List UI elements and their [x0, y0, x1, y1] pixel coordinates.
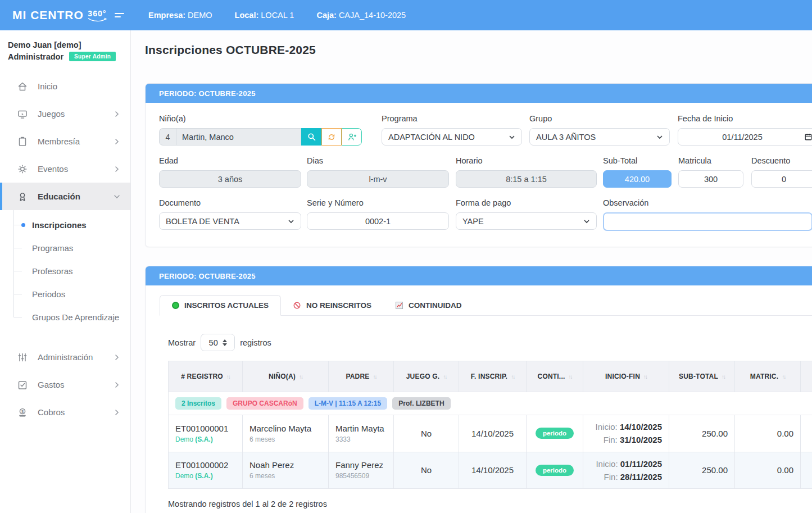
- col-fecha-inscrip[interactable]: F. INSCRIP.↑↓: [459, 361, 527, 392]
- chevron-right-icon: [114, 354, 120, 361]
- nino-age: 6 meses: [250, 435, 321, 443]
- sidebar-item-administracion[interactable]: Administración: [0, 343, 130, 371]
- page-length-select[interactable]: 50: [201, 334, 235, 351]
- chevron-down-icon: [656, 134, 663, 140]
- tab-no-reinscritos[interactable]: NO REINSCRITOS: [281, 295, 383, 316]
- sidebar-item-grupos[interactable]: Grupos De Aprendizaje: [0, 306, 130, 329]
- padre-phone: 985456509: [335, 472, 387, 480]
- sidebar-item-periodos[interactable]: Periodos: [0, 283, 130, 306]
- fecha-inicio-input[interactable]: [678, 128, 812, 146]
- dias-input: [307, 170, 449, 188]
- charges-icon: $: [17, 407, 28, 418]
- col-conti[interactable]: CONTI...↑↓: [527, 361, 583, 392]
- col-inicio-fin[interactable]: INICIO-FIN↑↓: [583, 361, 669, 392]
- padre-name: Martin Mayta: [335, 424, 387, 433]
- juego-value: No: [394, 452, 459, 489]
- events-icon: [17, 164, 28, 175]
- sidebar-item-programas[interactable]: Programas: [0, 237, 130, 260]
- logo-360-icon: 360°: [87, 10, 107, 22]
- calendar-icon[interactable]: [804, 133, 812, 141]
- subtotal-value: 250.00: [669, 415, 735, 452]
- sidebar-item-cobros[interactable]: $ Cobros: [0, 398, 130, 426]
- col-padre[interactable]: PADRE↑↓: [329, 361, 394, 392]
- inicio-date: 14/10/2025: [620, 422, 662, 432]
- subtotal-input[interactable]: [603, 170, 672, 188]
- col-registro[interactable]: # REGISTRO↑↓: [169, 361, 243, 392]
- user-block: Demo Juan [demo] Administrador Super Adm…: [0, 30, 130, 65]
- horario-label: Horario: [456, 156, 597, 165]
- tab-inscritos-actuales[interactable]: INSCRITOS ACTUALES: [160, 295, 281, 316]
- sidebar-toggle-icon[interactable]: [115, 11, 129, 20]
- documento-label: Documento: [159, 198, 301, 207]
- sidebar-item-educacion[interactable]: Educación: [0, 183, 130, 210]
- juego-value: No: [394, 415, 459, 452]
- table-info-text: Mostrando registros del 1 al 2 de 2 regi…: [168, 500, 812, 509]
- nino-input-group: 4: [159, 128, 362, 146]
- sort-icon: ↑↓: [511, 374, 514, 380]
- grupo-label: Grupo: [529, 114, 670, 123]
- table-row[interactable]: ET001000001 Demo (S.A.) Marcelino Mayta …: [169, 415, 812, 452]
- refresh-button[interactable]: [321, 128, 342, 146]
- tabbar: INSCRITOS ACTUALES NO REINSCRITOS CONTIN…: [160, 295, 812, 316]
- educacion-submenu: Inscripciones Programas Profesoras Perio…: [0, 210, 130, 337]
- matricula-value: 0.00: [735, 415, 801, 452]
- page-title: Inscripciones OCTUBRE-2025: [145, 43, 812, 57]
- group-name-badge: GRUPO CASCARóN: [226, 397, 303, 410]
- caja-info: Caja:CAJA_14-10-2025: [316, 11, 406, 20]
- app-logo: MI CENTRO 360°: [0, 8, 112, 22]
- sort-icon: ↑↓: [782, 374, 785, 380]
- sidebar-item-juegos[interactable]: Juegos: [0, 100, 130, 128]
- fin-date: 31/10/2025: [620, 435, 662, 444]
- education-icon: [17, 191, 28, 202]
- tab-continuidad[interactable]: CONTINUIDAD: [383, 295, 474, 316]
- user-badge: Super Admin: [69, 52, 116, 61]
- nino-name: Noah Perez: [250, 460, 321, 470]
- matricula-input[interactable]: [678, 170, 743, 188]
- teacher-badge: Prof. LIZBETH: [392, 397, 450, 410]
- col-subtotal[interactable]: SUB-TOTAL↑↓: [669, 361, 735, 392]
- registro-code: ET001000002: [175, 460, 235, 470]
- inscritos-count-badge: 2 Inscritos: [175, 397, 221, 410]
- chevron-right-icon: [114, 138, 120, 145]
- mostrar-label: Mostrar: [168, 338, 196, 347]
- inscriptions-table: # REGISTRO↑↓ NIÑO(A)↑↓ PADRE↑↓ JUEGO G.↑…: [168, 361, 812, 489]
- sort-icon: ↑↓: [226, 374, 230, 380]
- search-button[interactable]: [301, 128, 321, 146]
- user-role: Administrador: [8, 52, 63, 61]
- col-juego[interactable]: JUEGO G.↑↓: [394, 361, 459, 392]
- grupo-select[interactable]: AULA 3 AÑITOS: [529, 128, 670, 146]
- sidebar-item-eventos[interactable]: Eventos: [0, 155, 130, 183]
- chevron-right-icon: [114, 409, 120, 416]
- no-entry-icon: [293, 301, 301, 310]
- serie-numero-input[interactable]: [307, 212, 449, 230]
- fecha-inicio-label: Fecha de Inicio: [678, 114, 812, 123]
- col-matric[interactable]: MATRIC.↑↓: [735, 361, 801, 392]
- sort-icon: ↑↓: [643, 374, 647, 380]
- sidebar-item-gastos[interactable]: Gastos: [0, 371, 130, 398]
- chevron-down-icon: [583, 218, 590, 225]
- descuento-input[interactable]: [751, 170, 812, 188]
- col-desc[interactable]: D: [801, 361, 812, 392]
- logo-text: MI CENTRO: [12, 8, 84, 22]
- registro-sub: Demo (S.A.): [175, 435, 235, 443]
- forma-pago-select[interactable]: YAPE: [456, 212, 597, 230]
- chart-icon: [395, 301, 403, 310]
- descuento-label: Descuento: [751, 156, 812, 165]
- padre-name: Fanny Perez: [335, 460, 387, 470]
- table-row[interactable]: ET001000002 Demo (S.A.) Noah Perez 6 mes…: [169, 452, 812, 489]
- page-length-control: Mostrar 50 registros: [168, 334, 812, 351]
- sidebar-item-inicio[interactable]: Inicio: [0, 72, 130, 100]
- nino-id-prefix: 4: [159, 128, 176, 146]
- add-person-button[interactable]: [342, 128, 362, 146]
- sidebar-item-inscripciones[interactable]: Inscripciones: [0, 214, 130, 237]
- sidebar-item-membresia[interactable]: Membresía: [0, 128, 130, 155]
- sort-icon: ↑↓: [568, 374, 571, 380]
- col-nino[interactable]: NIÑO(A)↑↓: [243, 361, 329, 392]
- observacion-input[interactable]: [603, 212, 812, 231]
- chevron-right-icon: [114, 166, 120, 172]
- documento-select[interactable]: BOLETA DE VENTA: [159, 212, 301, 230]
- local-info: Local:LOCAL 1: [235, 11, 294, 20]
- programa-select[interactable]: ADAPTACIÓN AL NIDO: [382, 128, 522, 146]
- sidebar-item-profesoras[interactable]: Profesoras: [0, 260, 130, 283]
- session-info: Empresa:DEMO Local:LOCAL 1 Caja:CAJA_14-…: [148, 11, 406, 20]
